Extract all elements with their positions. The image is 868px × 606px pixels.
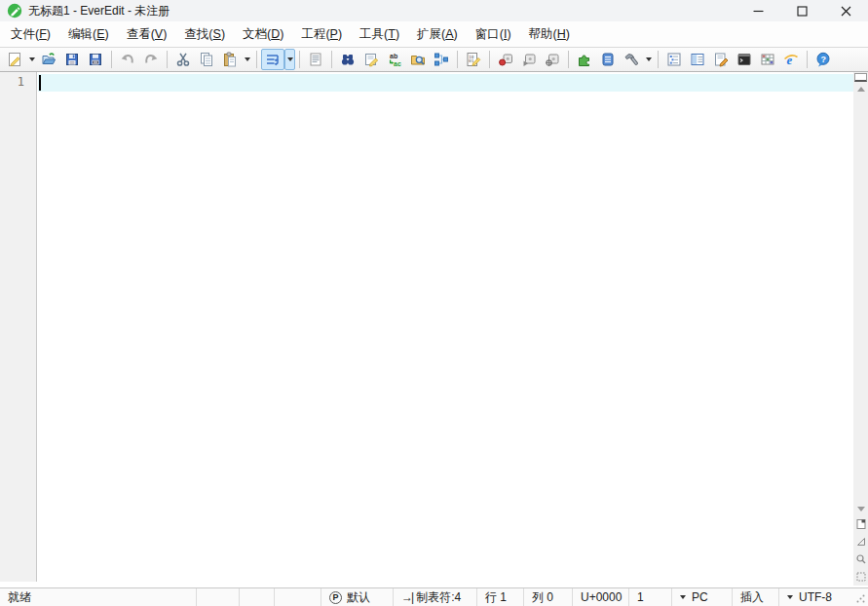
undo-button[interactable] [116,49,139,70]
status-scheme[interactable]: P 默认 [321,588,393,606]
record-macro-button[interactable] [494,49,517,70]
open-file-button[interactable] [37,49,60,70]
page-icon [855,518,867,530]
resize-grip[interactable] [852,588,868,606]
line-number-gutter[interactable]: 1 [0,72,37,582]
menu-edit[interactable]: 编辑(E) [59,22,118,47]
svg-text:?: ? [821,55,827,64]
save-button[interactable] [60,49,84,70]
toolbar-separator [256,51,257,68]
scroll-down-button[interactable] [853,502,868,515]
document-outline-button[interactable] [662,49,686,70]
insert-mode-label: 插入 [740,589,764,606]
copy-icon [199,52,214,67]
word-wrap-dropdown[interactable] [284,49,295,70]
menu-window[interactable]: 窗口(I) [467,22,520,47]
side-pane-button[interactable] [686,49,709,70]
status-tab-size[interactable]: →| 制表符:4 [393,588,476,606]
vertical-scrollbar[interactable] [853,72,868,586]
paste-button[interactable] [218,49,242,70]
new-file-button[interactable] [3,49,26,70]
status-empty-1 [196,588,239,606]
statusbar: 就绪 P 默认 →| 制表符:4 行 1 列 0 U+0000 1 PC 插 [0,587,868,606]
word-wrap-button[interactable] [261,49,284,70]
redo-icon [143,52,159,67]
help-button[interactable]: ? [811,49,835,70]
find-binoculars-icon [340,52,356,67]
corner-triangle-icon [855,536,867,548]
external-tools-button[interactable] [620,49,643,70]
help-icon: ? [815,52,831,67]
splitter-handle[interactable] [854,73,867,82]
close-button[interactable] [824,0,868,21]
structure-nodes-icon [434,52,449,67]
console-button[interactable] [733,49,756,70]
menu-tools[interactable]: 工具(T) [351,22,408,47]
toolbar-separator [568,51,569,68]
zoom-tool-button[interactable] [853,550,868,568]
new-file-icon [7,52,22,67]
svg-text:ac: ac [394,60,401,67]
text-editing-surface[interactable] [38,72,853,587]
current-line-highlight [38,74,853,92]
menu-extensions[interactable]: 扩展(A) [408,22,467,47]
find-button[interactable] [336,49,359,70]
menu-help[interactable]: 帮助(H) [520,22,579,47]
new-file-dropdown[interactable] [26,49,37,70]
cut-button[interactable] [171,49,195,70]
menu-project[interactable]: 工程(P) [292,22,351,47]
find-in-files-button[interactable] [406,49,430,70]
file-template-button[interactable] [596,49,620,70]
menu-view[interactable]: 查看(V) [118,22,176,47]
maximize-button[interactable] [780,0,824,21]
status-line-ending[interactable]: PC [671,588,732,606]
toolbar: ab ac [0,47,868,72]
hex-edit-button[interactable]: 10 01 [462,49,485,70]
spreadsheet-button[interactable] [756,49,779,70]
menu-file[interactable]: 文件(F) [2,22,59,47]
redo-button[interactable] [139,49,163,70]
menu-document[interactable]: 文档(D) [234,22,292,47]
selection-box-button[interactable] [853,568,868,586]
quick-replace-button[interactable]: ab ac [383,49,406,70]
column-structure-button[interactable] [430,49,453,70]
menu-search[interactable]: 查找(S) [175,22,234,47]
scheme-icon: P [329,591,342,604]
document-pencil-icon [713,52,729,67]
save-all-button[interactable] [84,49,107,70]
toolbar-separator [111,51,112,68]
play-macro-button[interactable] [517,49,541,70]
outline-tree-icon [666,52,682,67]
toolbar-separator [489,51,490,68]
menubar: 文件(F) 编辑(E) 查看(V) 查找(S) 文档(D) 工程(P) 工具(T… [0,21,868,47]
replace-dialog-button[interactable] [359,49,383,70]
plugin-manager-button[interactable] [573,49,596,70]
ie-preview-button[interactable]: e [779,49,803,70]
encoding-label: UTF-8 [799,590,832,604]
tab-icon: →| [401,590,412,604]
svg-text:ab: ab [390,53,397,59]
chevron-down-icon [245,57,250,61]
plugin-puzzle-icon [577,52,592,67]
dropdown-icon [787,595,793,599]
save-icon [64,52,80,67]
corner-marker-button[interactable] [853,533,868,550]
copy-button[interactable] [195,49,218,70]
manage-macros-button[interactable] [541,49,564,70]
minimize-button[interactable] [736,0,780,21]
line-number: 1 [18,75,24,89]
status-encoding[interactable]: UTF-8 [778,588,852,606]
page-browse-button[interactable] [853,515,868,533]
paste-clipboard-icon [222,52,238,67]
find-in-files-icon [410,52,426,67]
column-label: 列 0 [532,589,553,606]
app-icon [7,3,22,19]
show-special-symbols-button[interactable] [304,49,327,70]
record-macro-icon [498,52,513,67]
paste-dropdown[interactable] [242,49,252,70]
external-tools-dropdown[interactable] [643,49,654,70]
status-insert-mode[interactable]: 插入 [732,588,778,606]
document-edit-button[interactable] [709,49,733,70]
scroll-up-button[interactable] [853,82,868,95]
status-count: 1 [628,588,671,606]
